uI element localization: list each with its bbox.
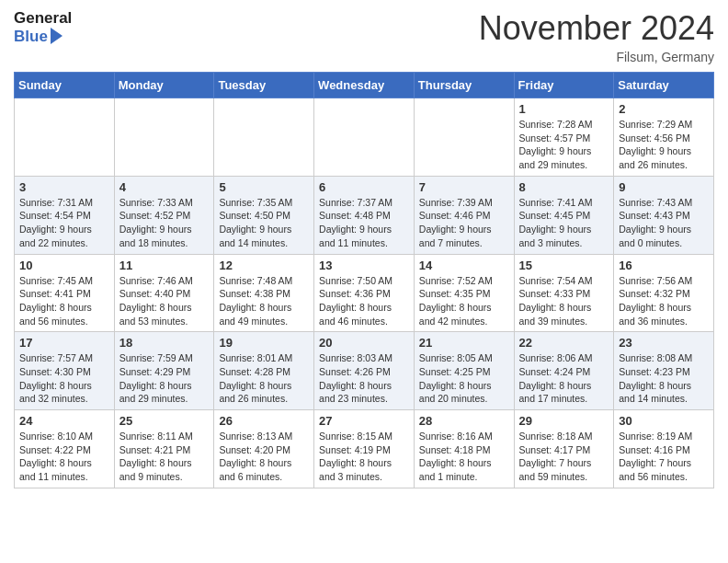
day-number-10: 10: [19, 259, 109, 272]
cell-3-0: 17Sunrise: 7:57 AM Sunset: 4:30 PM Dayli…: [15, 332, 115, 410]
day-number-4: 4: [119, 180, 210, 194]
cell-3-4: 21Sunrise: 8:05 AM Sunset: 4:25 PM Dayli…: [414, 332, 514, 410]
day-info-20: Sunrise: 8:03 AM Sunset: 4:26 PM Dayligh…: [319, 351, 409, 406]
cell-4-3: 27Sunrise: 8:15 AM Sunset: 4:19 PM Dayli…: [314, 410, 415, 488]
day-number-17: 17: [19, 336, 109, 350]
week-row-0: 1Sunrise: 7:28 AM Sunset: 4:57 PM Daylig…: [15, 98, 714, 177]
day-info-9: Sunrise: 7:43 AM Sunset: 4:43 PM Dayligh…: [619, 196, 709, 250]
day-number-15: 15: [519, 259, 609, 272]
cell-3-1: 18Sunrise: 7:59 AM Sunset: 4:29 PM Dayli…: [114, 332, 214, 410]
header-monday: Monday: [114, 73, 214, 98]
logo-line1: General: [14, 9, 72, 28]
cell-3-5: 22Sunrise: 8:06 AM Sunset: 4:24 PM Dayli…: [514, 332, 614, 410]
cell-4-2: 26Sunrise: 8:13 AM Sunset: 4:20 PM Dayli…: [214, 410, 314, 488]
day-number-5: 5: [219, 180, 309, 194]
cell-1-0: 3Sunrise: 7:31 AM Sunset: 4:54 PM Daylig…: [15, 176, 115, 254]
day-info-25: Sunrise: 8:11 AM Sunset: 4:21 PM Dayligh…: [119, 430, 210, 484]
header-saturday: Saturday: [614, 73, 714, 98]
day-info-26: Sunrise: 8:13 AM Sunset: 4:20 PM Dayligh…: [219, 430, 309, 484]
day-info-13: Sunrise: 7:50 AM Sunset: 4:36 PM Dayligh…: [319, 274, 409, 328]
cell-2-5: 15Sunrise: 7:54 AM Sunset: 4:33 PM Dayli…: [514, 254, 614, 332]
day-number-25: 25: [119, 414, 210, 428]
day-number-1: 1: [519, 102, 609, 116]
day-number-20: 20: [319, 336, 409, 350]
cell-1-6: 9Sunrise: 7:43 AM Sunset: 4:43 PM Daylig…: [614, 176, 714, 254]
day-number-30: 30: [619, 414, 709, 428]
month-title: November 2024: [479, 9, 714, 48]
title-block: November 2024 Filsum, Germany: [479, 9, 714, 64]
header: General Blue November 2024 Filsum, Germa…: [14, 9, 714, 64]
day-info-21: Sunrise: 8:05 AM Sunset: 4:25 PM Dayligh…: [419, 351, 509, 406]
day-info-19: Sunrise: 8:01 AM Sunset: 4:28 PM Dayligh…: [219, 351, 309, 406]
cell-3-3: 20Sunrise: 8:03 AM Sunset: 4:26 PM Dayli…: [314, 332, 415, 410]
day-info-30: Sunrise: 8:19 AM Sunset: 4:16 PM Dayligh…: [619, 430, 709, 484]
day-info-29: Sunrise: 8:18 AM Sunset: 4:17 PM Dayligh…: [519, 430, 609, 484]
day-info-14: Sunrise: 7:52 AM Sunset: 4:35 PM Dayligh…: [419, 274, 509, 328]
day-info-10: Sunrise: 7:45 AM Sunset: 4:41 PM Dayligh…: [19, 274, 109, 328]
header-tuesday: Tuesday: [214, 73, 314, 98]
cell-0-5: 1Sunrise: 7:28 AM Sunset: 4:57 PM Daylig…: [514, 98, 614, 177]
cell-2-6: 16Sunrise: 7:56 AM Sunset: 4:32 PM Dayli…: [614, 254, 714, 332]
week-row-2: 10Sunrise: 7:45 AM Sunset: 4:41 PM Dayli…: [15, 254, 714, 332]
day-number-14: 14: [419, 259, 509, 272]
weekday-header-row: Sunday Monday Tuesday Wednesday Thursday…: [15, 73, 714, 98]
day-info-6: Sunrise: 7:37 AM Sunset: 4:48 PM Dayligh…: [319, 196, 409, 250]
cell-1-2: 5Sunrise: 7:35 AM Sunset: 4:50 PM Daylig…: [214, 176, 314, 254]
day-number-2: 2: [619, 102, 709, 116]
day-info-16: Sunrise: 7:56 AM Sunset: 4:32 PM Dayligh…: [619, 274, 709, 328]
day-number-6: 6: [319, 180, 409, 194]
day-number-11: 11: [119, 259, 210, 272]
cell-3-6: 23Sunrise: 8:08 AM Sunset: 4:23 PM Dayli…: [614, 332, 714, 410]
logo-line2: Blue: [14, 28, 48, 46]
day-number-13: 13: [319, 259, 409, 272]
day-info-18: Sunrise: 7:59 AM Sunset: 4:29 PM Dayligh…: [119, 351, 210, 406]
cell-0-1: [114, 98, 214, 177]
header-thursday: Thursday: [414, 73, 514, 98]
day-info-8: Sunrise: 7:41 AM Sunset: 4:45 PM Dayligh…: [519, 196, 609, 250]
day-number-23: 23: [619, 336, 709, 350]
header-wednesday: Wednesday: [314, 73, 415, 98]
calendar: Sunday Monday Tuesday Wednesday Thursday…: [14, 72, 714, 488]
day-number-27: 27: [319, 414, 409, 428]
header-sunday: Sunday: [15, 73, 115, 98]
week-row-4: 24Sunrise: 8:10 AM Sunset: 4:22 PM Dayli…: [15, 410, 714, 488]
page: General Blue November 2024 Filsum, Germa…: [0, 0, 728, 502]
day-info-12: Sunrise: 7:48 AM Sunset: 4:38 PM Dayligh…: [219, 274, 309, 328]
cell-3-2: 19Sunrise: 8:01 AM Sunset: 4:28 PM Dayli…: [214, 332, 314, 410]
day-number-19: 19: [219, 336, 309, 350]
day-number-29: 29: [519, 414, 609, 428]
logo: General Blue: [14, 9, 72, 45]
cell-2-0: 10Sunrise: 7:45 AM Sunset: 4:41 PM Dayli…: [15, 254, 115, 332]
day-number-24: 24: [19, 414, 109, 428]
cell-0-2: [214, 98, 314, 177]
day-number-18: 18: [119, 336, 210, 350]
cell-2-3: 13Sunrise: 7:50 AM Sunset: 4:36 PM Dayli…: [314, 254, 415, 332]
cell-2-4: 14Sunrise: 7:52 AM Sunset: 4:35 PM Dayli…: [414, 254, 514, 332]
day-info-11: Sunrise: 7:46 AM Sunset: 4:40 PM Dayligh…: [119, 274, 210, 328]
day-info-28: Sunrise: 8:16 AM Sunset: 4:18 PM Dayligh…: [419, 430, 509, 484]
cell-4-0: 24Sunrise: 8:10 AM Sunset: 4:22 PM Dayli…: [15, 410, 115, 488]
cell-1-1: 4Sunrise: 7:33 AM Sunset: 4:52 PM Daylig…: [114, 176, 214, 254]
day-info-2: Sunrise: 7:29 AM Sunset: 4:56 PM Dayligh…: [619, 118, 709, 172]
day-number-7: 7: [419, 180, 509, 194]
header-friday: Friday: [514, 73, 614, 98]
day-number-12: 12: [219, 259, 309, 272]
cell-0-3: [314, 98, 415, 177]
day-info-3: Sunrise: 7:31 AM Sunset: 4:54 PM Dayligh…: [19, 196, 109, 250]
day-number-28: 28: [419, 414, 509, 428]
day-info-22: Sunrise: 8:06 AM Sunset: 4:24 PM Dayligh…: [519, 351, 609, 406]
week-row-1: 3Sunrise: 7:31 AM Sunset: 4:54 PM Daylig…: [15, 176, 714, 254]
day-number-9: 9: [619, 180, 709, 194]
cell-0-6: 2Sunrise: 7:29 AM Sunset: 4:56 PM Daylig…: [614, 98, 714, 177]
cell-4-4: 28Sunrise: 8:16 AM Sunset: 4:18 PM Dayli…: [414, 410, 514, 488]
cell-0-0: [15, 98, 115, 177]
cell-0-4: [414, 98, 514, 177]
cell-4-6: 30Sunrise: 8:19 AM Sunset: 4:16 PM Dayli…: [614, 410, 714, 488]
day-info-7: Sunrise: 7:39 AM Sunset: 4:46 PM Dayligh…: [419, 196, 509, 250]
day-number-16: 16: [619, 259, 709, 272]
day-number-26: 26: [219, 414, 309, 428]
day-info-23: Sunrise: 8:08 AM Sunset: 4:23 PM Dayligh…: [619, 351, 709, 406]
day-number-8: 8: [519, 180, 609, 194]
day-info-27: Sunrise: 8:15 AM Sunset: 4:19 PM Dayligh…: [319, 430, 409, 484]
logo-chevron-icon: [51, 28, 63, 44]
